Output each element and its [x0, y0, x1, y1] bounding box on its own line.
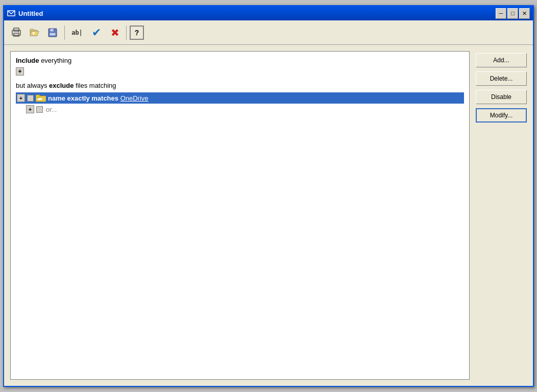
svg-point-4	[18, 31, 19, 32]
or-row: + or...	[16, 104, 464, 115]
include-bold: Include	[16, 57, 39, 64]
rule-row-0[interactable]: + name exactly matches OneDrive	[16, 92, 464, 104]
or-label: or...	[46, 106, 57, 113]
rule-label-bold: name exactly matches	[48, 94, 120, 102]
include-rest: everything	[39, 57, 72, 64]
toolbar-btn-3[interactable]	[45, 24, 61, 41]
main-content: Include everything + but always exclude …	[4, 45, 533, 386]
svg-rect-6	[30, 29, 34, 31]
svg-rect-10	[53, 29, 54, 31]
side-buttons: Add... Delete... Disable Modify...	[476, 51, 527, 380]
rule-label-link[interactable]: OneDrive	[120, 94, 149, 102]
or-checkbox[interactable]	[36, 106, 43, 113]
or-plus-button[interactable]: +	[26, 105, 34, 113]
include-text: Include everything	[16, 57, 464, 64]
modify-button[interactable]: Modify...	[476, 108, 527, 122]
title-bar: Untitled ─ □ ✕	[4, 6, 533, 20]
close-button[interactable]: ✕	[519, 8, 530, 19]
toolbar: ab| ✔ ✖ ?	[4, 20, 533, 45]
rule-label: name exactly matches OneDrive	[48, 94, 149, 102]
toolbar-btn-cancel[interactable]: ✖	[107, 24, 123, 41]
add-button[interactable]: Add...	[476, 53, 527, 67]
rule-expand-button[interactable]: +	[17, 94, 25, 102]
toolbar-btn-1[interactable]	[8, 24, 25, 41]
title-bar-left: Untitled	[7, 9, 43, 17]
toolbar-btn-help[interactable]: ?	[130, 26, 144, 40]
main-window: Untitled ─ □ ✕	[3, 5, 534, 387]
exclude-text: but always exclude files matching	[16, 82, 464, 89]
svg-rect-2	[14, 28, 19, 31]
toolbar-btn-check[interactable]: ✔	[88, 24, 105, 41]
toolbar-btn-text[interactable]: ab|	[68, 24, 86, 41]
disable-button[interactable]: Disable	[476, 90, 527, 104]
maximize-button[interactable]: □	[507, 8, 518, 19]
svg-rect-12	[36, 95, 40, 97]
rule-checkbox[interactable]	[27, 95, 34, 102]
rule-panel: Include everything + but always exclude …	[10, 51, 470, 380]
minimize-button[interactable]: ─	[496, 8, 506, 19]
svg-rect-9	[50, 33, 56, 36]
svg-rect-3	[14, 33, 19, 36]
folder-icon	[36, 94, 46, 102]
window-icon	[7, 9, 15, 17]
include-plus-button[interactable]: +	[16, 67, 24, 76]
exclude-suffix: files matching	[74, 82, 116, 89]
toolbar-separator-1	[64, 26, 65, 40]
window-title: Untitled	[18, 10, 43, 17]
title-bar-buttons: ─ □ ✕	[496, 8, 530, 19]
toolbar-btn-2[interactable]	[27, 24, 43, 41]
delete-button[interactable]: Delete...	[476, 71, 527, 86]
exclude-bold: exclude	[49, 82, 74, 89]
exclude-prefix: but always	[16, 82, 49, 89]
toolbar-separator-2	[126, 26, 127, 40]
